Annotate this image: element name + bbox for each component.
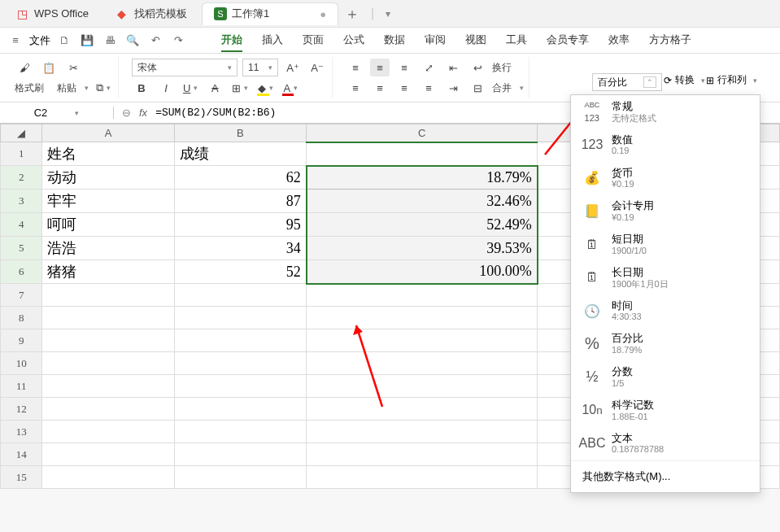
title-tab-template[interactable]: ◆ 找稻壳模板	[103, 2, 198, 25]
menu-tab-data[interactable]: 数据	[384, 29, 405, 52]
indent-right-icon[interactable]: ⇤	[443, 59, 463, 76]
cell-selected[interactable]: 100.00%	[307, 260, 538, 284]
fmt-time[interactable]: 🕓 时间4:30:33	[571, 294, 760, 328]
row-header[interactable]: 10	[1, 352, 42, 375]
cell[interactable]	[174, 398, 306, 421]
wrap-text-icon[interactable]: ↩	[468, 59, 487, 76]
cell[interactable]: 浩浩	[42, 237, 174, 260]
distribute-icon[interactable]: ≡	[419, 79, 438, 97]
italic-button[interactable]: I	[156, 79, 176, 97]
cell-selected[interactable]: 18.79%	[307, 166, 538, 190]
redo-icon[interactable]: ↷	[169, 32, 187, 50]
font-family-select[interactable]: 宋体▾	[132, 59, 237, 76]
row-header[interactable]: 14	[1, 443, 42, 466]
cell[interactable]	[42, 329, 174, 352]
cell[interactable]	[42, 375, 174, 398]
cell[interactable]	[307, 443, 538, 466]
cell[interactable]: 52	[174, 260, 306, 284]
align-middle-icon[interactable]: ≡	[370, 59, 390, 76]
fmt-text[interactable]: ABC 文本0.187878788	[571, 427, 760, 460]
cell[interactable]: 牢牢	[42, 190, 174, 213]
cell[interactable]	[174, 329, 306, 352]
menu-tab-formula[interactable]: 公式	[343, 29, 364, 52]
row-header[interactable]: 4	[1, 213, 42, 237]
fmt-short-date[interactable]: 🗓 短日期1900/1/0	[571, 228, 760, 261]
increase-font-icon[interactable]: A⁺	[283, 59, 303, 76]
convert-button[interactable]: ⟳ 转换▾	[664, 73, 705, 87]
cell[interactable]	[307, 329, 538, 352]
col-header-B[interactable]: B	[174, 124, 306, 142]
cell[interactable]	[307, 398, 538, 421]
cancel-formula-icon[interactable]: ⊖	[122, 107, 131, 119]
align-center-icon[interactable]: ≡	[370, 79, 390, 97]
cell[interactable]	[174, 307, 306, 329]
cell[interactable]	[42, 443, 174, 466]
cell[interactable]	[42, 284, 174, 307]
format-brush-label[interactable]: 格式刷	[15, 81, 44, 95]
cell[interactable]	[307, 375, 538, 398]
paste-label[interactable]: 粘贴	[57, 81, 76, 95]
strike-button[interactable]: A	[205, 79, 224, 97]
cell[interactable]	[307, 307, 538, 329]
cell[interactable]	[174, 421, 306, 443]
row-header[interactable]: 9	[1, 329, 42, 352]
font-color-button[interactable]: A▾	[281, 79, 300, 97]
fx-icon[interactable]: fx	[139, 107, 147, 119]
merge-icon[interactable]: ⊟	[468, 79, 487, 97]
row-header[interactable]: 3	[1, 190, 42, 213]
row-header[interactable]: 13	[1, 421, 42, 443]
cell[interactable]	[307, 284, 538, 307]
cell[interactable]: 成绩	[174, 142, 306, 166]
cell[interactable]: 87	[174, 190, 306, 213]
cell[interactable]: 62	[174, 166, 306, 190]
cell[interactable]	[42, 421, 174, 443]
title-tab-wps[interactable]: ◳ WPS Office	[3, 2, 100, 25]
row-header[interactable]: 12	[1, 398, 42, 421]
formula-input[interactable]: =SUM(B2)/SUM(B2:B6)	[155, 107, 276, 119]
border-button[interactable]: ⊞▾	[229, 79, 251, 97]
cell[interactable]	[307, 352, 538, 375]
menu-tab-member[interactable]: 会员专享	[547, 29, 589, 52]
fmt-accounting[interactable]: 📒 会计专用¥0.19	[571, 194, 760, 228]
cell[interactable]	[174, 443, 306, 466]
font-size-select[interactable]: 11▾	[242, 59, 278, 76]
name-box[interactable]: C2 ▾	[0, 107, 114, 119]
decrease-font-icon[interactable]: A⁻	[307, 59, 327, 76]
menu-tab-start[interactable]: 开始	[221, 29, 242, 52]
fmt-fraction[interactable]: ½ 分数1/5	[571, 360, 760, 394]
fmt-percent[interactable]: % 百分比18.79%	[571, 327, 760, 360]
cell[interactable]	[307, 142, 538, 166]
add-tab-button[interactable]: ＋	[342, 3, 363, 24]
fill-color-button[interactable]: ◆▾	[255, 79, 276, 97]
paste-icon[interactable]: 📋	[39, 59, 59, 76]
fmt-general[interactable]: ABC123 常规无特定格式	[571, 95, 760, 129]
undo-icon[interactable]: ↶	[146, 32, 164, 50]
menu-tab-insert[interactable]: 插入	[262, 29, 283, 52]
cell[interactable]: 95	[174, 213, 306, 237]
cell[interactable]	[307, 466, 538, 489]
title-tab-workbook[interactable]: S 工作簿1 ●	[202, 2, 338, 25]
row-header[interactable]: 6	[1, 260, 42, 284]
cell[interactable]	[307, 421, 538, 443]
cell[interactable]	[42, 466, 174, 489]
row-header[interactable]: 15	[1, 466, 42, 489]
copy-icon[interactable]: ⧉▾	[94, 79, 113, 97]
format-brush-icon[interactable]: 🖌	[15, 59, 34, 76]
row-header[interactable]: 11	[1, 375, 42, 398]
cell[interactable]: 猪猪	[42, 260, 174, 284]
col-header-C[interactable]: C	[307, 124, 538, 142]
fmt-number[interactable]: 123 数值0.19	[571, 129, 760, 162]
rows-cols-button[interactable]: ⊞ 行和列▾	[706, 73, 757, 87]
align-bottom-icon[interactable]: ≡	[394, 59, 414, 76]
number-format-select[interactable]: 百分比 ⌃	[592, 73, 662, 91]
cell[interactable]: 姓名	[42, 142, 174, 166]
menu-tab-review[interactable]: 审阅	[425, 29, 446, 52]
cell[interactable]	[174, 352, 306, 375]
cell[interactable]	[174, 284, 306, 307]
row-header[interactable]: 1	[1, 142, 42, 166]
menu-tab-view[interactable]: 视图	[465, 29, 486, 52]
cell[interactable]	[174, 375, 306, 398]
cell-selected[interactable]: 32.46%	[307, 190, 538, 213]
new-file-icon[interactable]: 🗋	[55, 32, 73, 50]
cell-selected[interactable]: 39.53%	[307, 237, 538, 260]
